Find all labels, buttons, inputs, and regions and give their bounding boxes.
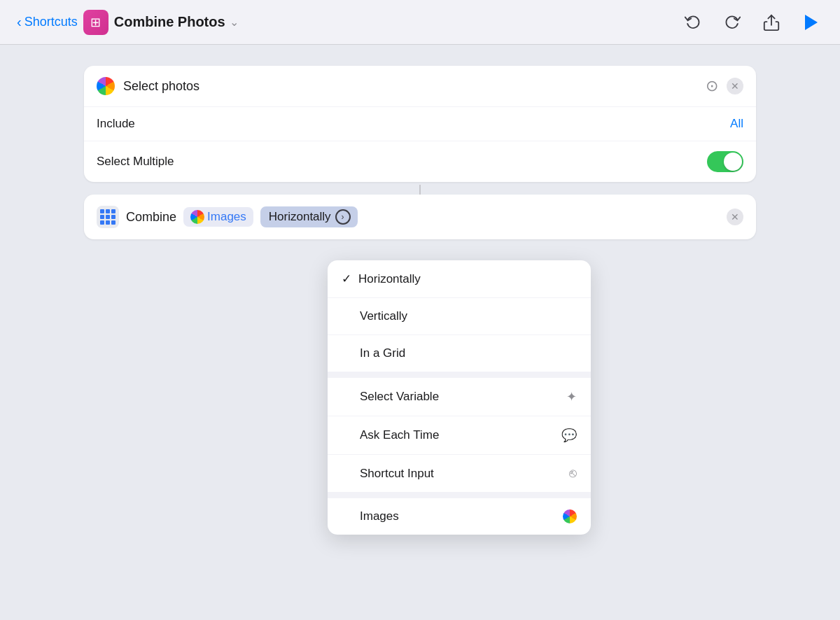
include-row: Include All [84, 106, 756, 141]
main-content: Select photos ⊙ ✕ Include All Select Mul… [0, 45, 840, 620]
magic-wand-icon: ✦ [566, 389, 577, 404]
ask-each-time-icon: 💬 [561, 428, 577, 443]
run-button[interactable] [798, 10, 823, 35]
combine-label: Combine [126, 210, 176, 225]
connector-line [419, 185, 421, 195]
dropdown-divider-1 [328, 372, 591, 378]
back-button[interactable]: ‹ Shortcuts [17, 14, 78, 30]
expand-icon[interactable]: ⊙ [706, 77, 718, 95]
dropdown-item-in-a-grid[interactable]: In a Grid [328, 335, 591, 372]
circle-arrow-icon: › [335, 209, 351, 225]
combine-card: Combine Images Horizontally › ✕ [84, 195, 756, 239]
images-pill-text: Images [207, 210, 246, 224]
dropdown-item-images[interactable]: Images [328, 498, 591, 535]
dropdown-item-horizontally-label: Horizontally [358, 272, 577, 286]
svg-marker-0 [805, 15, 818, 30]
title-chevron-icon[interactable]: ⌄ [230, 15, 239, 29]
images-pill[interactable]: Images [183, 207, 253, 227]
dropdown-item-shortcut-input[interactable]: Shortcut Input ⎋ [328, 455, 591, 493]
include-label: Include [97, 117, 730, 131]
horizontally-pill-text: Horizontally [269, 210, 331, 224]
select-photos-title: Select photos [123, 79, 697, 94]
dropdown-item-ask-each-time-label: Ask Each Time [360, 428, 561, 442]
page-title: Combine Photos [114, 14, 225, 30]
toolbar [680, 10, 823, 35]
dropdown-item-horizontally[interactable]: ✓ Horizontally [328, 260, 591, 298]
include-value[interactable]: All [730, 117, 743, 131]
photos-icon-small [190, 210, 204, 224]
combine-icon [97, 206, 119, 228]
combine-dropdown: ✓ Horizontally Vertically In a Grid Sele… [328, 260, 591, 535]
horizontally-pill[interactable]: Horizontally › [260, 206, 358, 227]
dropdown-divider-2 [328, 493, 591, 498]
select-photos-header: Select photos ⊙ ✕ [84, 66, 756, 106]
select-multiple-toggle[interactable] [707, 151, 743, 172]
photos-icon [97, 77, 115, 95]
images-photos-icon [563, 509, 577, 523]
grid-icon [100, 209, 115, 225]
select-multiple-label: Select Multiple [97, 155, 707, 169]
dropdown-item-shortcut-input-label: Shortcut Input [360, 467, 569, 481]
dropdown-item-vertically[interactable]: Vertically [328, 298, 591, 335]
dropdown-item-select-variable[interactable]: Select Variable ✦ [328, 378, 591, 416]
select-photos-close-button[interactable]: ✕ [727, 78, 743, 94]
dropdown-item-select-variable-label: Select Variable [360, 390, 566, 404]
dropdown-item-vertically-label: Vertically [360, 309, 577, 323]
toggle-knob [724, 153, 742, 171]
shortcut-app-icon: ⊞ [83, 10, 108, 35]
select-photos-card: Select photos ⊙ ✕ Include All Select Mul… [84, 66, 756, 182]
share-button[interactable] [759, 10, 784, 35]
dropdown-item-in-a-grid-label: In a Grid [360, 346, 577, 360]
back-chevron-icon: ‹ [17, 14, 22, 30]
top-bar-left: ‹ Shortcuts ⊞ Combine Photos ⌄ [17, 10, 239, 35]
top-bar: ‹ Shortcuts ⊞ Combine Photos ⌄ [0, 0, 840, 45]
back-label: Shortcuts [24, 15, 78, 29]
title-row: Combine Photos ⌄ [114, 14, 239, 30]
checkmark-icon: ✓ [342, 272, 351, 286]
undo-button[interactable] [680, 10, 706, 35]
shortcut-input-icon: ⎋ [569, 466, 577, 481]
select-multiple-row: Select Multiple [84, 141, 756, 182]
dropdown-item-images-label: Images [360, 509, 563, 523]
dropdown-item-ask-each-time[interactable]: Ask Each Time 💬 [328, 416, 591, 455]
combine-row: Combine Images Horizontally › ✕ [84, 195, 756, 239]
redo-button[interactable] [720, 10, 745, 35]
combine-close-button[interactable]: ✕ [727, 209, 743, 225]
